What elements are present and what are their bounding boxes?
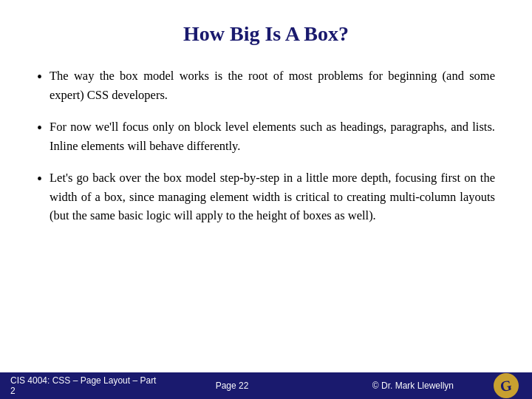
- footer: CIS 4004: CSS – Page Layout – Part 2 Pag…: [0, 372, 532, 399]
- logo-circle: G: [494, 373, 519, 398]
- footer-page-label: Page 22: [158, 381, 306, 391]
- logo-icon: G: [499, 376, 513, 395]
- bullet-item-1: • The way the box model works is the roo…: [37, 66, 495, 104]
- bullet-dot-3: •: [37, 168, 42, 191]
- bullet-dot-1: •: [37, 66, 42, 89]
- bullet-dot-2: •: [37, 117, 42, 140]
- slide-content: • The way the box model works is the roo…: [37, 66, 495, 399]
- footer-course-label: CIS 4004: CSS – Page Layout – Part 2: [10, 375, 158, 396]
- footer-logo: G: [491, 372, 522, 399]
- slide: How Big Is A Box? • The way the box mode…: [0, 0, 532, 399]
- slide-title: How Big Is A Box?: [37, 22, 495, 46]
- bullet-item-3: • Let's go back over the box model step-…: [37, 168, 495, 225]
- bullet-text-2: For now we'll focus only on block level …: [50, 117, 495, 155]
- footer-copyright-label: © Dr. Mark Llewellyn: [306, 381, 491, 391]
- bullet-text-1: The way the box model works is the root …: [50, 66, 495, 104]
- bullet-item-2: • For now we'll focus only on block leve…: [37, 117, 495, 155]
- bullet-text-3: Let's go back over the box model step-by…: [50, 168, 495, 225]
